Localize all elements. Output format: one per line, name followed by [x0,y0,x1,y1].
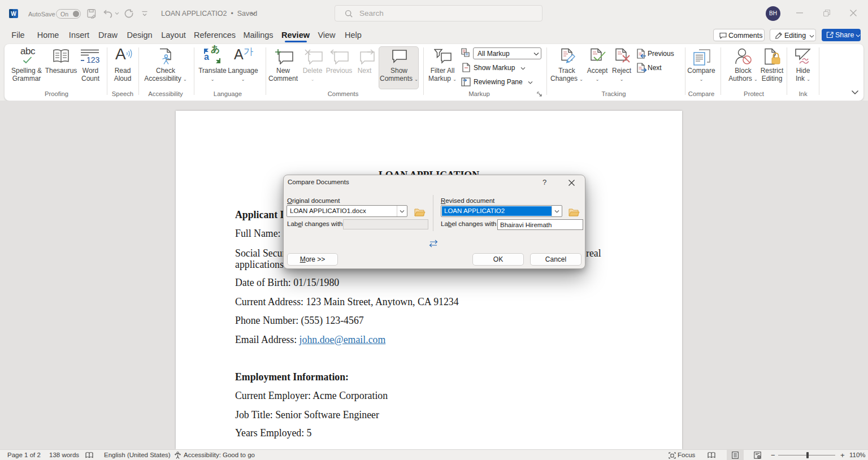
svg-text:W: W [11,11,16,17]
